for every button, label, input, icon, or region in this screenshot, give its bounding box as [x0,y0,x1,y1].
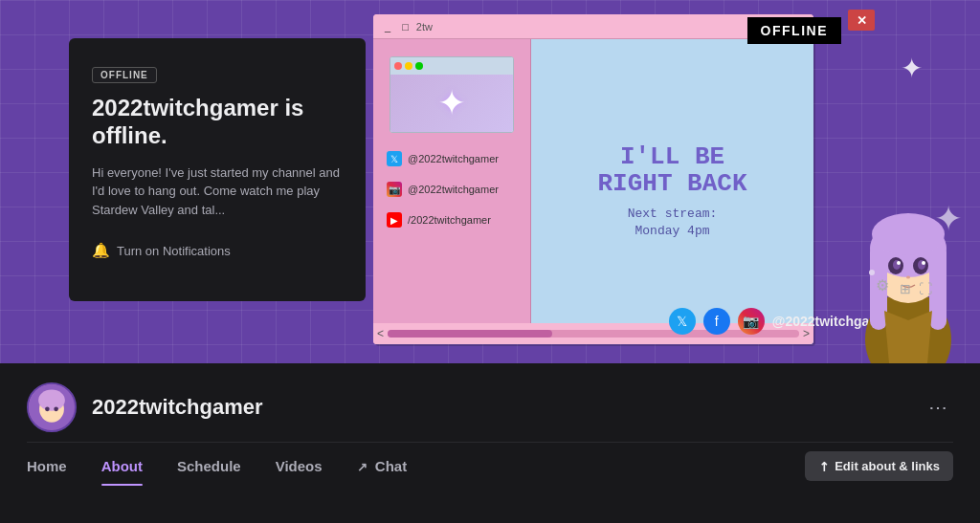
twitter-handle: @2022twitchgamer [408,153,499,164]
nav-chat[interactable]: ↗ Chat [340,447,425,486]
svg-point-10 [897,261,901,265]
nav-videos-label: Videos [276,458,323,474]
ill-be-back-text: I'LL BERIGHT BACK [597,143,746,198]
svg-point-17 [45,407,50,412]
retro-sub-titlebar [390,57,513,75]
offline-title: 2022twitchgamer is offline. [92,95,343,150]
svg-point-12 [906,276,910,279]
scroll-thumb [388,330,552,338]
bottom-instagram-icon[interactable]: 📷 [738,308,765,335]
fullscreen-icon[interactable]: ⛶ [919,281,932,296]
retro-window: _ □ 2tw ✦ 𝕏 [373,14,813,344]
anime-character [836,172,980,363]
retro-left-panel: ✦ 𝕏 @2022twitchgamer 📷 @2022twitchgamer … [373,39,531,344]
big-offline-badge: OFFLINE [747,17,841,44]
nav-chat-label: Chat [375,458,407,474]
retro-sub-body: ✦ [390,75,513,132]
nav-schedule-label: Schedule [177,458,241,474]
instagram-handle: @2022twitchgamer [408,184,499,195]
window-close-button[interactable]: ✕ [848,10,875,31]
svg-point-18 [54,407,58,412]
nav-home[interactable]: Home [27,447,84,486]
offline-description: Hi everyone! I've just started my channe… [92,163,343,220]
bell-icon: 🔔 [92,242,110,259]
retro-title-text: 2tw [416,21,433,33]
nav-about-label: About [101,458,143,474]
nav-videos[interactable]: Videos [258,447,340,486]
svg-point-11 [922,261,925,265]
avatar [27,382,77,432]
offline-badge: OFFLINE [92,67,157,83]
notify-label: Turn on Notifications [117,244,231,258]
bottom-twitter-icon[interactable]: 𝕏 [669,308,696,335]
edit-button-label: Edit about & links [835,459,940,473]
youtube-handle: /2022twitchgamer [408,214,491,226]
scroll-left-arrow[interactable]: < [377,327,384,340]
more-options-button[interactable]: ⋯ [923,392,953,423]
youtube-icon: ▶ [387,212,402,228]
notify-button[interactable]: 🔔 Turn on Notifications [92,242,343,259]
instagram-icon: 📷 [387,182,402,197]
twitter-icon: 𝕏 [387,151,402,166]
deco-sparkle-1: ✦ [901,53,923,84]
retro-maximize[interactable]: □ [398,21,412,33]
bottom-bar: 2022twitchgamer ⋯ Home About Schedule Vi… [0,363,980,523]
retro-body: ✦ 𝕏 @2022twitchgamer 📷 @2022twitchgamer … [373,39,813,344]
offline-panel: OFFLINE 2022twitchgamer is offline. Hi e… [69,38,366,301]
nav-about[interactable]: About [84,447,160,486]
user-row: 2022twitchgamer ⋯ [27,363,953,442]
cast-icon[interactable]: ⊞ [900,281,911,296]
bottom-facebook-icon[interactable]: f [703,308,730,335]
nav-row: Home About Schedule Videos ↗ Chat ↗ Edit… [27,442,953,486]
nav-schedule[interactable]: Schedule [160,447,258,486]
chat-arrow-icon: ↗ [357,460,368,474]
retro-sub-window: ✦ [390,56,514,133]
svg-point-13 [869,270,875,275]
dot-yellow [405,62,412,70]
edit-about-links-button[interactable]: ↗ Edit about & links [805,451,953,481]
svg-point-5 [872,213,945,255]
dot-red [394,62,402,70]
retro-minimize[interactable]: _ [381,21,394,33]
social-link-twitter[interactable]: 𝕏 @2022twitchgamer [383,148,521,169]
svg-point-16 [38,390,65,411]
edit-arrow-icon: ↗ [815,457,833,474]
social-link-instagram[interactable]: 📷 @2022twitchgamer [383,179,521,200]
gear-icon[interactable]: ⚙ [876,276,889,294]
banner: OFFLINE 2022twitchgamer is offline. Hi e… [0,0,980,363]
retro-right-panel: I'LL BERIGHT BACK Next stream:Monday 4pm [531,39,813,344]
social-link-youtube[interactable]: ▶ /2022twitchgamer [383,209,521,230]
sparkle-icon: ✦ [437,83,466,123]
dot-green [415,62,423,70]
username: 2022twitchgamer [92,395,907,420]
next-stream-text: Next stream:Monday 4pm [628,206,718,240]
nav-home-label: Home [27,458,67,474]
